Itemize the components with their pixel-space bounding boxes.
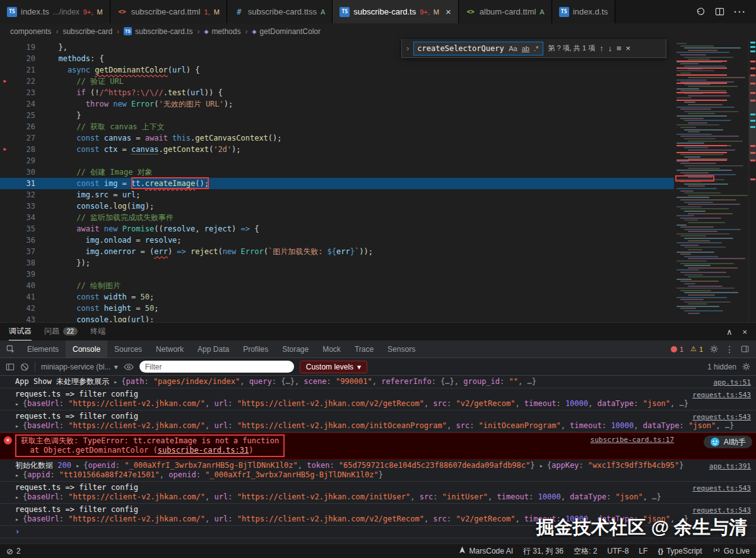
split-editor-icon[interactable] [715,7,724,16]
code-content[interactable]: const img = tt.createImage(); [49,178,674,189]
tab-subscribe-card.ttml[interactable]: <>subscribe-card.ttml1,M [110,0,227,23]
status-item-marscode-ai[interactable]: MarsCode AI [458,546,513,556]
code-line[interactable]: ▶28const ctx = canvas.getContext('2d'); [0,144,674,155]
code-content[interactable]: }); [49,257,674,269]
tab-close-icon[interactable]: × [446,7,451,16]
tab-index.d.ts[interactable]: TSindex.d.ts [552,0,616,23]
line-number[interactable]: 33 [10,201,35,212]
toggle-replace-icon[interactable]: › [406,44,409,53]
status-item-2[interactable]: ⊘2 [6,547,21,556]
line-number[interactable]: 22 [10,76,35,87]
line-number[interactable]: 41 [10,291,35,303]
expand-triangle-icon[interactable]: ▸ [15,472,23,479]
line-number[interactable]: 20 [10,53,35,64]
code-content[interactable]: const ctx = canvas.getContext('2d'); [49,144,674,155]
code-content[interactable]: async getDominantColor(url) { [49,64,674,76]
whole-word-toggle[interactable]: ab [521,45,531,52]
code-content[interactable]: // 获取 canvas 上下文 [49,121,674,132]
tab-subscribe-card.ts[interactable]: TSsubscribe-card.ts9+,M× [333,0,459,23]
expand-triangle-icon[interactable]: ▸ [76,462,83,469]
console-sidebar-icon[interactable] [6,363,15,371]
code-content[interactable]: const height = 50; [49,303,674,314]
panel-tab-终端[interactable]: 终端 [90,323,105,340]
line-number[interactable]: 24 [10,98,35,110]
scrollbar-thumb[interactable] [749,76,756,161]
code-content[interactable]: const canvas = await this.getCanvasConte… [49,132,674,144]
code-line[interactable]: 31const img = tt.createImage(); [0,178,674,189]
code-content[interactable]: await new Promise((resolve, reject) => { [49,223,674,235]
code-content[interactable] [49,269,674,280]
status-item-typescript[interactable]: {}TypeScript [658,547,702,555]
code-line[interactable]: 40// 绘制图片 [0,280,674,291]
devtools-tab-console[interactable]: Console [66,340,107,357]
status-item-utf-8[interactable]: UTF-8 [607,547,629,555]
code-line[interactable]: 26// 获取 canvas 上下文 [0,121,674,132]
code-content[interactable]: // 监听加载完成或失败事件 [49,212,674,223]
code-line[interactable]: 38}); [0,257,674,269]
code-content[interactable]: img.onerror = (err) => reject(new Error(… [49,246,674,257]
code-content[interactable]: // 绘制图片 [49,280,674,291]
line-number[interactable]: 28 [10,144,35,155]
source-link[interactable]: app.ts:51 [713,378,751,387]
code-line[interactable]: 23if (!/^https?:\/\//.test(url)) { [0,87,674,98]
devtools-tab-network[interactable]: Network [149,340,191,357]
line-number[interactable]: 23 [10,87,35,98]
expand-triangle-icon[interactable]: ▸ [15,422,23,429]
find-query[interactable]: createSelectorQuery [417,44,505,53]
code-line[interactable]: 37img.onerror = (err) => reject(new Erro… [0,246,674,257]
find-previous-icon[interactable]: ↑ [599,44,604,53]
dock-side-icon[interactable] [741,345,749,353]
code-content[interactable]: throw new Error('无效的图片 URL'); [49,98,674,110]
code-line[interactable]: 34// 监听加载完成或失败事件 [0,212,674,223]
chevron-up-icon[interactable]: ∧ [726,327,733,337]
devtools-tab-elements[interactable]: Elements [20,340,66,357]
devtools-tab-sources[interactable]: Sources [107,340,149,357]
expand-triangle-icon[interactable]: ▸ [540,462,547,469]
line-number[interactable]: 36 [10,235,35,246]
devtools-tab-sensors[interactable]: Sensors [381,340,422,357]
console-settings-icon[interactable] [742,363,750,371]
line-number[interactable]: 19 [10,42,35,53]
breadcrumb-item[interactable]: subscribe-card [62,27,112,36]
close-find-icon[interactable]: × [626,44,631,53]
line-number[interactable]: 40 [10,280,35,291]
source-link[interactable]: request.ts:543 [692,390,751,400]
console-filter[interactable] [139,361,294,373]
warning-count-badge[interactable]: ⚠1 [690,345,703,353]
code-line[interactable]: 24throw new Error('无效的图片 URL'); [0,98,674,110]
more-icon[interactable]: ··· [734,7,747,17]
source-link[interactable]: request.ts:543 [692,484,751,493]
eye-icon[interactable] [124,363,134,371]
line-number[interactable]: 26 [10,121,35,132]
breadcrumb-item[interactable]: TSsubscribe-card.ts [124,27,192,36]
code-line[interactable]: 27const canvas = await this.getCanvasCon… [0,132,674,144]
breadcrumb-item[interactable]: components [10,27,51,36]
source-link[interactable]: app.ts:391 [709,462,751,471]
stack-frame-link[interactable]: subscribe-card.ts:31 [158,446,249,455]
code-line[interactable]: 30// 创建 Image 对象 [0,166,674,178]
line-number[interactable]: 34 [10,212,35,223]
panel-tab-调试器[interactable]: 调试器 [9,323,32,340]
code-content[interactable]: console.log(img); [49,201,674,212]
devtools-settings-icon[interactable] [710,345,718,353]
expand-triangle-icon[interactable]: ▸ [15,516,23,523]
line-number[interactable]: 30 [10,166,35,178]
find-in-selection-icon[interactable]: ≡ [617,44,622,53]
code-content[interactable]: // 创建 Image 对象 [49,166,674,178]
code-line[interactable]: 33console.log(img); [0,201,674,212]
code-line[interactable]: 25} [0,110,674,121]
expand-triangle-icon[interactable]: ▸ [114,378,121,385]
code-content[interactable]: const width = 50; [49,291,674,303]
tab-album-card.ttml[interactable]: <>album-card.ttmlA [459,0,552,23]
breadcrumb-item[interactable]: ◆methods [204,27,240,36]
line-number[interactable]: 27 [10,132,35,144]
status-item-lf[interactable]: LF [639,547,647,555]
code-line[interactable]: 32img.src = url; [0,189,674,201]
close-panel-icon[interactable]: × [742,327,747,337]
source-link[interactable]: request.ts:543 [692,412,751,422]
code-line[interactable]: 35await new Promise((resolve, reject) =>… [0,223,674,235]
line-number[interactable]: 43 [10,314,35,322]
code-content[interactable]: if (!/^https?:\/\//.test(url)) { [49,87,674,98]
line-number[interactable]: 37 [10,246,35,257]
source-link[interactable]: request.ts:543 [692,506,751,515]
